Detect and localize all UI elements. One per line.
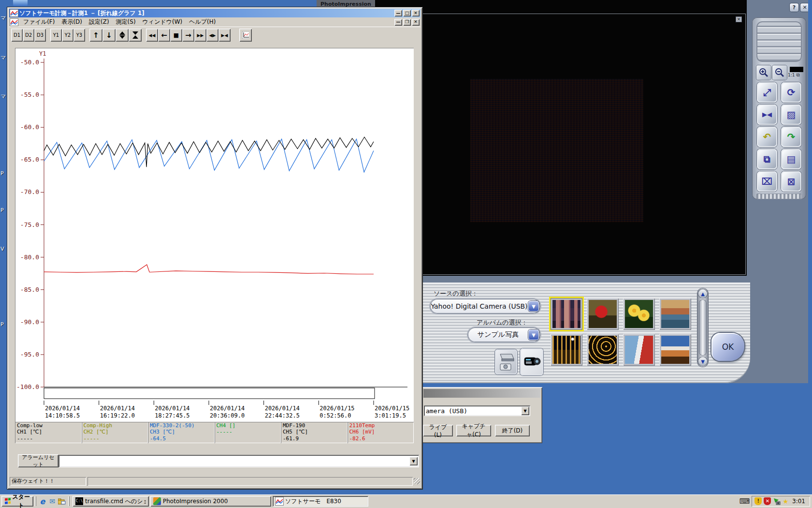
toolbar-d1-button[interactable]: D1	[11, 29, 23, 42]
chevron-down-icon[interactable]: ▼	[528, 329, 539, 340]
thumbnail-scrollbar[interactable]: ▲ ▼	[697, 288, 708, 367]
start-button[interactable]: スタート	[1, 496, 33, 507]
paste-button[interactable]: ▤	[781, 149, 801, 169]
step-back-button[interactable]: ←	[158, 29, 170, 42]
child-minimize-button[interactable]: —	[394, 19, 402, 26]
album-select-combobox[interactable]: サンプル写真 ▼	[468, 328, 540, 342]
menu-settings[interactable]: 設定(Z)	[86, 17, 113, 27]
scroll-down-button[interactable]: ↓	[102, 29, 116, 42]
thumbnail-red-bird[interactable]	[587, 298, 619, 330]
stop-button[interactable]: ■	[170, 29, 182, 42]
step-forward-button[interactable]: →	[182, 29, 194, 42]
toolbar-d3-button[interactable]: D3	[34, 29, 46, 42]
thumbnail-yellow-flowers[interactable]	[623, 298, 655, 330]
thumbnail-lighthouse[interactable]	[623, 334, 655, 366]
zoom-ratio: 1:1 ⧉	[788, 67, 803, 78]
menu-help[interactable]: ヘルプ(H)	[186, 17, 219, 27]
internet-explorer-icon[interactable]: e	[38, 496, 47, 506]
scroll-up-icon[interactable]: ▲	[698, 289, 707, 298]
menu-file[interactable]: ファイル(F)	[20, 17, 58, 27]
mail-icon[interactable]: ✉	[47, 496, 57, 506]
thumbnail-light-spiral[interactable]	[587, 334, 619, 366]
alarm-reset-button[interactable]: アラームリセット	[18, 454, 58, 467]
resize-button[interactable]: ⤢	[757, 82, 777, 103]
taskbar-divider[interactable]	[35, 496, 36, 506]
keyboard-icon[interactable]: ⌨	[740, 497, 750, 506]
compress-vertical-button[interactable]	[129, 29, 142, 42]
palette-grip[interactable]	[756, 21, 802, 62]
thumbnail-night-city[interactable]	[551, 334, 582, 366]
capture-button[interactable]: キャプチャ(C)	[456, 425, 491, 436]
ok-button[interactable]: OK	[711, 333, 744, 361]
zoom-in-time-button[interactable]: ▶◀	[218, 29, 231, 42]
child-close-button[interactable]: ✕	[412, 19, 420, 26]
help-button[interactable]: ?	[790, 3, 798, 12]
frame-button[interactable]: ⊠	[781, 171, 801, 192]
toolbar-y2-button[interactable]: Y2	[62, 29, 73, 42]
zoom-in-button[interactable]	[756, 65, 771, 80]
cascade-icon[interactable]: ⧉	[796, 72, 799, 78]
menu-measure[interactable]: 測定(S)	[113, 17, 139, 27]
expand-vertical-button[interactable]	[116, 29, 129, 42]
svg-text:2026/01/15: 2026/01/15	[319, 405, 354, 412]
scroll-up-button[interactable]: ↑	[89, 29, 102, 42]
zoom-out-button[interactable]	[772, 65, 787, 80]
channel-name: MDF-190	[283, 422, 348, 429]
thumbnail-sunset-clouds[interactable]	[659, 334, 691, 366]
task-softthermo[interactable]: ソフトサーモ E830	[273, 496, 368, 507]
rotate-button[interactable]: ⟳	[781, 82, 801, 103]
rewind-button[interactable]: ◀◀	[146, 29, 158, 42]
alarm-combobox[interactable]: ▼	[58, 455, 419, 467]
menu-window[interactable]: ウィンドウ(W)	[139, 17, 186, 27]
menu-view[interactable]: 表示(D)	[58, 17, 86, 27]
scanner-source-button[interactable]	[495, 349, 517, 374]
copy-button[interactable]: ⧉	[757, 149, 777, 169]
x-scroll-box[interactable]	[44, 388, 375, 399]
scroll-down-icon[interactable]: ▼	[698, 357, 707, 366]
canvas-close-icon[interactable]: ✕	[736, 16, 742, 22]
close-button[interactable]: ✕	[412, 10, 420, 16]
crop-button[interactable]: ▨	[781, 105, 801, 125]
redo-button[interactable]: ↷	[781, 127, 801, 147]
scrollbar-thumb[interactable]	[699, 300, 706, 355]
video-camera-source-button[interactable]	[520, 348, 543, 375]
task-photoimpression[interactable]: PhotoImpression 2000	[150, 496, 271, 507]
capture-dialog-titlebar[interactable]	[423, 389, 540, 398]
delete-button[interactable]: ⌧	[757, 171, 777, 192]
photo-harbor	[661, 300, 689, 328]
crop-icon: ▨	[787, 109, 796, 120]
ratio-label[interactable]: 1:1	[788, 73, 795, 77]
zoom-out-time-button[interactable]: ◀▶	[206, 29, 218, 42]
toolbar-y1-button[interactable]: Y1	[50, 29, 62, 42]
maximize-button[interactable]: □	[403, 10, 411, 16]
show-desktop-icon[interactable]	[57, 496, 67, 506]
chevron-down-icon[interactable]: ▼	[521, 406, 529, 415]
chevron-down-icon[interactable]: ▼	[528, 301, 539, 312]
toolbar-d2-button[interactable]: D2	[23, 29, 34, 42]
camera-transfer-icon[interactable]	[773, 497, 781, 505]
source-select-combobox[interactable]: Yahoo! Digital Camera (USB) ▼	[430, 299, 540, 314]
child-restore-button[interactable]: ❐	[403, 19, 411, 26]
channel-name: MDF-330-2(-50)	[150, 422, 215, 429]
star-icon[interactable]: ★	[783, 498, 788, 505]
graph-view-button[interactable]	[239, 29, 252, 42]
taskbar-divider[interactable]	[68, 496, 70, 506]
security-alert-icon[interactable]: ✕	[764, 497, 771, 505]
thumbnail-harbor[interactable]	[659, 298, 691, 330]
chevron-down-icon[interactable]: ▼	[409, 457, 418, 465]
photoimpression-titlebar[interactable]: PhotoImpression	[317, 0, 375, 7]
live-button[interactable]: ライブ(L)	[423, 425, 453, 436]
exit-button[interactable]: 終了(D)	[495, 425, 530, 436]
task-transfile-cmd[interactable]: C:\ transfile.cmd へのショート...	[72, 496, 149, 507]
toolbar-y3-button[interactable]: Y3	[73, 29, 85, 42]
titlebar[interactable]: ソフトサーモ計測－計測1 － [折れ線グラフ 1] — □ ✕	[9, 9, 420, 17]
resize-grip[interactable]	[414, 478, 420, 484]
minimize-button[interactable]: —	[394, 10, 402, 16]
security-warning-icon[interactable]: !	[754, 497, 762, 505]
flip-horizontal-button[interactable]: ▶◀	[757, 105, 777, 125]
svg-text:-100.0: -100.0	[16, 383, 39, 390]
thumbnail-rock-formation[interactable]	[551, 298, 582, 330]
camera-combobox[interactable]: amera (USB) ▼	[424, 405, 530, 416]
undo-button[interactable]: ↶	[757, 127, 777, 147]
fast-forward-button[interactable]: ▶▶	[194, 29, 206, 42]
